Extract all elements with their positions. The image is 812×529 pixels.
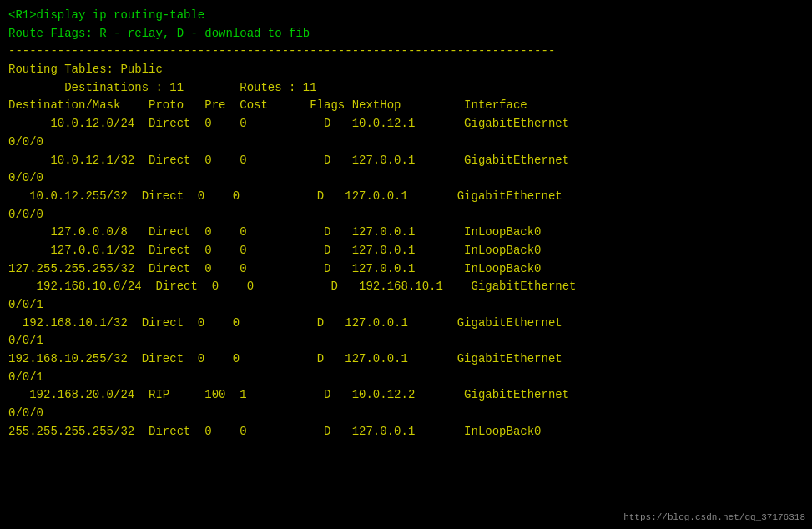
terminal-line: 192.168.10.255/32 Direct 0 0 D 127.0.0.1… (8, 350, 804, 369)
terminal-line: 0/0/0 (8, 206, 804, 224)
terminal-line: 0/0/1 (8, 296, 804, 315)
terminal-line: Destinations : 11 Routes : 11 (8, 79, 804, 98)
terminal-line: 0/0/0 (8, 134, 804, 152)
terminal-line: Route Flags: R - relay, D - download to … (8, 25, 804, 43)
terminal-line: 10.0.12.255/32 Direct 0 0 D 127.0.0.1 Gi… (8, 188, 804, 206)
terminal-line: <R1>display ip routing-table (8, 7, 804, 25)
terminal-line: 10.0.12.0/24 Direct 0 0 D 10.0.12.1 Giga… (8, 115, 804, 134)
terminal-line: 255.255.255.255/32 Direct 0 0 D 127.0.0.… (8, 423, 804, 441)
terminal-line: Destination/Mask Proto Pre Cost Flags Ne… (8, 97, 804, 115)
terminal-line: Routing Tables: Public (8, 61, 804, 79)
terminal-line: 127.255.255.255/32 Direct 0 0 D 127.0.0.… (8, 260, 804, 279)
terminal-line: 192.168.10.0/24 Direct 0 0 D 192.168.10.… (8, 278, 804, 296)
terminal-output: <R1>display ip routing-tableRoute Flags:… (8, 7, 804, 441)
terminal-line: 192.168.10.1/32 Direct 0 0 D 127.0.0.1 G… (8, 315, 804, 333)
terminal-line: 0/0/1 (8, 369, 804, 387)
terminal-line: ----------------------------------------… (8, 43, 804, 61)
terminal-line: 10.0.12.1/32 Direct 0 0 D 127.0.0.1 Giga… (8, 152, 804, 170)
terminal-line: 0/0/0 (8, 169, 804, 188)
terminal-line: 192.168.20.0/24 RIP 100 1 D 10.0.12.2 Gi… (8, 386, 804, 405)
watermark: https://blog.csdn.net/qq_37176318 (623, 512, 805, 522)
terminal-line: 127.0.0.0/8 Direct 0 0 D 127.0.0.1 InLoo… (8, 224, 804, 242)
terminal-line: 0/0/0 (8, 405, 804, 423)
terminal-line: 0/0/1 (8, 332, 804, 350)
terminal-line: 127.0.0.1/32 Direct 0 0 D 127.0.0.1 InLo… (8, 242, 804, 260)
